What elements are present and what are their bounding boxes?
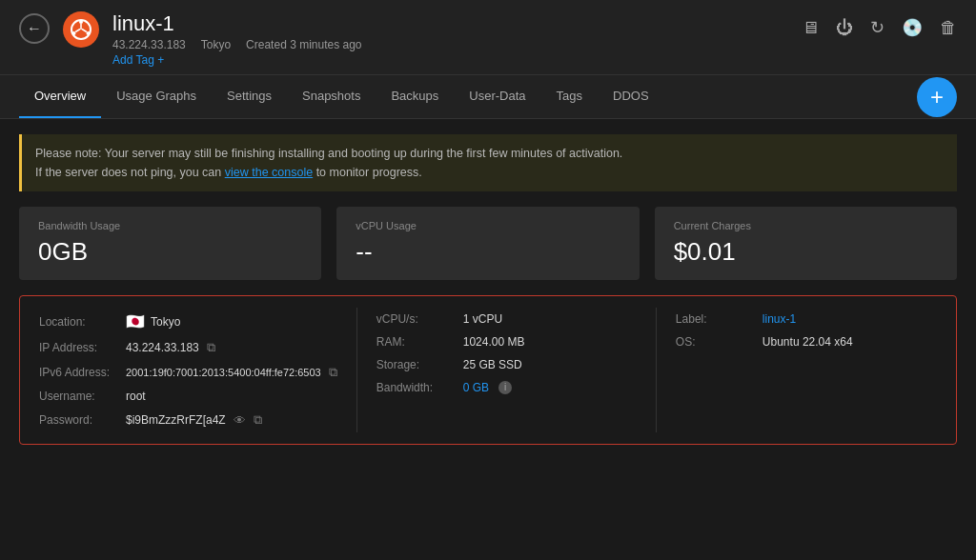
stat-charges-value: $0.01 <box>674 237 938 267</box>
location-key: Location: <box>39 315 120 329</box>
location-flag: 🇯🇵 <box>126 312 145 330</box>
delete-icon[interactable]: 🗑 <box>940 18 957 38</box>
info-row-location: Location: 🇯🇵 Tokyo <box>39 308 337 335</box>
stat-vcpu-value: -- <box>356 237 620 267</box>
username-value: root <box>126 390 146 403</box>
ram-key: RAM: <box>376 335 458 349</box>
notice-banner: Please note: Your server may still be fi… <box>19 134 957 191</box>
tab-snapshots[interactable]: Snapshots <box>287 75 376 118</box>
svg-line-6 <box>82 30 87 32</box>
notice-line2-suffix: to monitor progress. <box>313 166 422 179</box>
header: ← linux-1 43.224.33.183 Tokyo Created 3 … <box>0 0 976 75</box>
notice-line2: If the server does not ping, you can vie… <box>35 163 944 182</box>
info-section: Location: 🇯🇵 Tokyo IP Address: 43.224.33… <box>19 295 957 445</box>
info-row-vcpu: vCPU/s: 1 vCPU <box>376 308 637 330</box>
os-key: OS: <box>676 335 757 349</box>
storage-value: 25 GB SSD <box>463 358 522 371</box>
notice-line2-prefix: If the server does not ping, you can <box>35 166 225 179</box>
stat-vcpu-label: vCPU Usage <box>356 220 620 231</box>
info-col-3: Label: linux-1 OS: Ubuntu 22.04 x64 <box>657 308 956 432</box>
power-icon[interactable]: ⏻ <box>836 18 853 38</box>
storage-key: Storage: <box>376 358 458 371</box>
server-meta: 43.224.33.183 Tokyo Created 3 minutes ag… <box>112 38 362 51</box>
server-info: linux-1 43.224.33.183 Tokyo Created 3 mi… <box>112 11 362 67</box>
back-button[interactable]: ← <box>19 13 50 44</box>
info-row-username: Username: root <box>39 385 337 408</box>
toggle-password-icon[interactable]: 👁 <box>234 413 246 428</box>
copy-ipv6-icon[interactable]: ⧉ <box>329 365 337 380</box>
ip-key: IP Address: <box>39 341 120 354</box>
add-tag-button[interactable]: Add Tag + <box>112 53 362 67</box>
label-key: Label: <box>676 312 757 326</box>
label-value[interactable]: linux-1 <box>762 312 796 326</box>
password-value: $i9BmZzzRrFZ[a4Z <box>126 413 226 427</box>
ubuntu-icon <box>70 18 92 41</box>
tab-ddos[interactable]: DDOS <box>598 75 664 118</box>
stat-charges: Current Charges $0.01 <box>655 207 957 280</box>
info-row-ram: RAM: 1024.00 MB <box>376 330 637 353</box>
server-created: Created 3 minutes ago <box>246 38 361 51</box>
copy-ip-icon[interactable]: ⧉ <box>207 340 215 355</box>
ubuntu-logo <box>63 11 99 48</box>
svg-line-5 <box>75 30 80 32</box>
info-col-2: vCPU/s: 1 vCPU RAM: 1024.00 MB Storage: … <box>357 308 657 432</box>
info-row-os: OS: Ubuntu 22.04 x64 <box>676 330 937 353</box>
bandwidth-value: 0 GB <box>463 381 489 394</box>
server-name: linux-1 <box>112 11 362 36</box>
header-actions: 🖥 ⏻ ↻ 💿 🗑 <box>802 11 957 38</box>
copy-password-icon[interactable]: ⧉ <box>254 412 262 428</box>
stat-bandwidth: Bandwidth Usage 0GB <box>19 207 321 280</box>
stat-vcpu: vCPU Usage -- <box>336 207 639 280</box>
stat-charges-label: Current Charges <box>674 220 938 231</box>
fab-button[interactable]: + <box>917 77 957 117</box>
notice-line1: Please note: Your server may still be fi… <box>35 144 944 163</box>
stat-bandwidth-label: Bandwidth Usage <box>38 220 302 231</box>
ip-value: 43.224.33.183 <box>126 341 199 354</box>
tab-user-data[interactable]: User-Data <box>454 75 540 118</box>
password-key: Password: <box>39 413 120 427</box>
os-value: Ubuntu 22.04 x64 <box>762 335 853 349</box>
ipv6-value: 2001:19f0:7001:2013:5400:04ff:fe72:6503 <box>126 367 321 378</box>
stats-row: Bandwidth Usage 0GB vCPU Usage -- Curren… <box>19 207 957 280</box>
info-row-bandwidth: Bandwidth: 0 GB i <box>376 376 637 399</box>
tabs-bar: Overview Usage Graphs Settings Snapshots… <box>0 75 976 119</box>
monitor-icon[interactable]: 🖥 <box>802 18 819 38</box>
location-value: Tokyo <box>151 315 180 329</box>
info-col-1: Location: 🇯🇵 Tokyo IP Address: 43.224.33… <box>20 308 357 432</box>
info-row-password: Password: $i9BmZzzRrFZ[a4Z 👁 ⧉ <box>39 408 337 432</box>
stat-bandwidth-value: 0GB <box>38 237 302 267</box>
header-left: ← linux-1 43.224.33.183 Tokyo Created 3 … <box>19 11 362 67</box>
username-key: Username: <box>39 390 120 403</box>
tab-usage-graphs[interactable]: Usage Graphs <box>101 75 212 118</box>
vcpu-value: 1 vCPU <box>463 312 502 326</box>
tab-tags[interactable]: Tags <box>541 75 598 118</box>
ipv6-key: IPv6 Address: <box>39 366 120 379</box>
bandwidth-key: Bandwidth: <box>376 381 458 394</box>
tab-settings[interactable]: Settings <box>212 75 287 118</box>
tab-overview[interactable]: Overview <box>19 75 101 118</box>
info-row-label: Label: linux-1 <box>676 308 937 330</box>
ram-value: 1024.00 MB <box>463 335 525 349</box>
info-row-storage: Storage: 25 GB SSD <box>376 353 637 376</box>
server-location: Tokyo <box>201 38 231 51</box>
bandwidth-info-icon[interactable]: i <box>498 381 512 394</box>
svg-point-1 <box>79 20 83 24</box>
vcpu-key: vCPU/s: <box>376 312 458 326</box>
tab-backups[interactable]: Backups <box>376 75 454 118</box>
server-ip: 43.224.33.183 <box>112 38 186 51</box>
info-row-ipv6: IPv6 Address: 2001:19f0:7001:2013:5400:0… <box>39 360 337 385</box>
disk-icon[interactable]: 💿 <box>902 17 923 38</box>
svg-point-2 <box>72 31 76 35</box>
view-console-link[interactable]: view the console <box>225 166 313 179</box>
info-row-ip: IP Address: 43.224.33.183 ⧉ <box>39 335 337 360</box>
svg-point-3 <box>87 31 91 35</box>
refresh-icon[interactable]: ↻ <box>870 17 884 38</box>
